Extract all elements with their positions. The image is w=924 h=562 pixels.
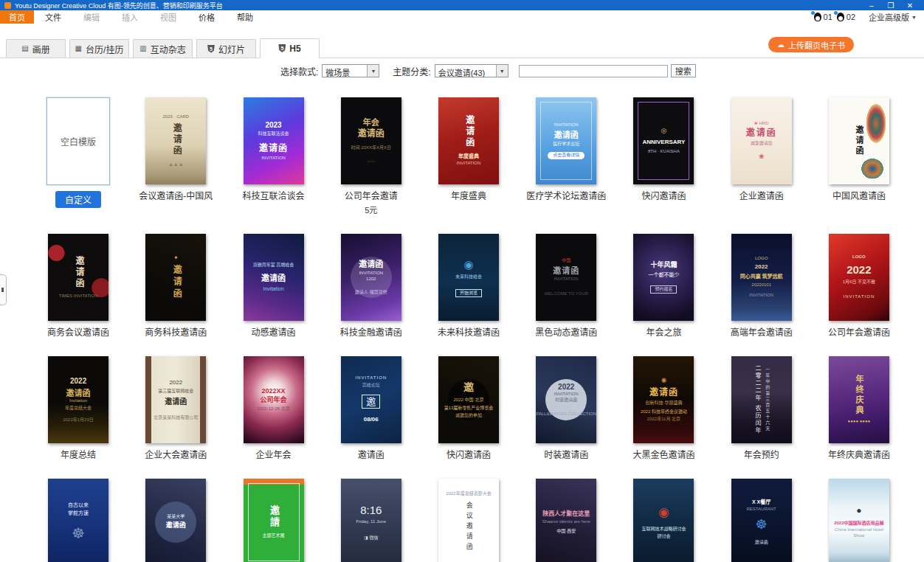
template-card[interactable]: 二零二二年 农历闰年一年中的第三百五十六天年会预约: [713, 356, 810, 460]
template-thumbnail[interactable]: 年会邀请函时间·20XX年X月X日⌂⌂⌂: [341, 97, 401, 184]
menu-item-view[interactable]: 视图: [149, 10, 187, 24]
upload-ebook-button[interactable]: ☁ 上传翻页电子书: [768, 37, 854, 52]
search-input[interactable]: [519, 65, 668, 77]
template-card[interactable]: ●2022中国国际酒店用品展China International Hotel …: [810, 479, 908, 562]
template-thumbnail[interactable]: 邀请函年度盛典INVITATION: [438, 97, 499, 184]
template-thumbnail[interactable]: ◉互联网技术战略研讨会研讨会: [633, 479, 694, 562]
template-thumbnail[interactable]: 双碳周年宴 高端峰会邀请函Invitation: [244, 234, 304, 321]
tab-magazine[interactable]: ▥互动杂志: [133, 39, 193, 58]
template-card[interactable]: 2022INVITATION时装邀请函FALL&WINTER COLLECTIO…: [517, 356, 615, 460]
menu-item-price[interactable]: 价格: [187, 10, 226, 24]
template-card[interactable]: 2023科技互联洽谈会邀请函INVITATION科技互联洽谈会: [224, 97, 322, 215]
template-thumbnail[interactable]: 自古以来掌舵方速☸: [48, 479, 108, 562]
template-card[interactable]: X X餐厅RESTAURANT☸邀请函: [713, 479, 810, 562]
template-card[interactable]: ◉未来科技峰会开始浏览未来科技邀请函: [420, 234, 517, 338]
template-thumbnail[interactable]: X X餐厅RESTAURANT☸邀请函: [731, 479, 792, 562]
template-card[interactable]: 8:16Friday, 11 June◨ 微信: [323, 479, 420, 562]
template-thumbnail[interactable]: 2022第三届互联网峰会邀请函北京某某科技有限公司: [145, 356, 206, 443]
template-thumbnail[interactable]: 邀請主题艺术展: [244, 479, 304, 562]
restore-button[interactable]: ❐: [881, 1, 900, 10]
template-thumbnail[interactable]: 十年风霜一个都不能少预约报名: [633, 234, 694, 321]
template-card[interactable]: 邀请函中国风邀请函: [810, 97, 908, 215]
template-card[interactable]: ❀ HRD邀请函诚挚邀请您❀企业邀请函: [713, 97, 810, 215]
template-thumbnail[interactable]: 某某大学邀请函: [145, 479, 206, 562]
template-card[interactable]: 邀请函INVITATION1202邀请人·福慧双修科技金融邀请函: [323, 234, 420, 338]
template-thumbnail[interactable]: INVITATION邀请函医疗学术论坛点击查看详情: [536, 97, 596, 184]
close-button[interactable]: ✕: [900, 1, 920, 10]
template-thumbnail[interactable]: INVITATION高峰论坛邀08/06: [341, 356, 401, 443]
template-card[interactable]: 2023 · CARD邀请函▲▲▲会议邀请函-中国风: [127, 97, 224, 215]
template-thumbnail[interactable]: ◎ANNIVERSARY8TH · KUAISHA: [633, 97, 694, 184]
template-thumbnail[interactable]: ●2022中国国际酒店用品展China International Hotel …: [829, 479, 889, 562]
menu-item-edit[interactable]: 编辑: [72, 10, 111, 24]
plan-dropdown[interactable]: 企业高级版▼: [869, 11, 917, 23]
template-card[interactable]: LOGO20221月6日 不见不散INVITATION公司年会邀请函: [810, 234, 908, 338]
template-thumbnail[interactable]: ✦邀请函: [145, 234, 206, 321]
template-thumbnail[interactable]: 邀请函: [829, 97, 889, 184]
template-card[interactable]: 邀请函TIMES INVITATION商务会议邀请函: [30, 234, 127, 338]
template-thumbnail[interactable]: 陕西人才聚在这里Shaanxi talents are here中国·西安: [536, 479, 596, 562]
tab-slides[interactable]: 5幻灯片: [196, 39, 256, 58]
template-card[interactable]: LOGO2022同心共赢 筑梦远航20220101INVITATION高端年会邀…: [713, 234, 810, 338]
template-thumbnail[interactable]: 8:16Friday, 11 June◨ 微信: [341, 479, 401, 562]
blank-template[interactable]: 空白模版: [46, 97, 110, 185]
template-thumbnail[interactable]: 邀请函INVITATION1202邀请人·福慧双修: [341, 234, 401, 321]
template-card[interactable]: INVITATION高峰论坛邀08/06邀请函: [323, 356, 420, 460]
template-card[interactable]: 双碳周年宴 高端峰会邀请函Invitation动感邀请函: [224, 234, 322, 338]
template-card[interactable]: 自古以来掌舵方速☸: [30, 479, 127, 562]
template-card[interactable]: 邀請主题艺术展: [224, 479, 322, 562]
menu-item-insert[interactable]: 插入: [111, 10, 149, 24]
template-card[interactable]: 某某大学邀请函: [127, 479, 224, 562]
template-card[interactable]: 邀2022 中国·北京第13届新零售产业博览会诚邀您的参加快闪邀请函: [420, 356, 517, 460]
template-card[interactable]: 邀请函年度盛典INVITATION年度盛典: [420, 97, 517, 215]
template-card[interactable]: ✦邀请函商务科技邀请函: [127, 234, 224, 338]
template-thumbnail[interactable]: ❀ HRD邀请函诚挚邀请您❀: [731, 97, 792, 184]
slides-icon: 5: [207, 45, 215, 53]
menu-item-home[interactable]: 首页: [0, 10, 34, 24]
template-thumbnail[interactable]: 二零二二年 农历闰年一年中的第三百五十六天: [731, 356, 792, 443]
template-card[interactable]: 陕西人才聚在这里Shaanxi talents are here中国·西安: [517, 479, 615, 562]
template-thumbnail[interactable]: 2023科技互联洽谈会邀请函INVITATION: [244, 97, 304, 184]
menu-item-help[interactable]: 帮助: [226, 10, 264, 24]
template-thumbnail[interactable]: 邀2022 中国·北京第13届新零售产业博览会诚邀您的参加: [438, 356, 499, 443]
template-card[interactable]: INVITATION邀请函医疗学术论坛点击查看详情医疗学术论坛邀请函: [517, 97, 615, 215]
template-thumbnail[interactable]: LOGO20221月6日 不见不散INVITATION: [829, 234, 889, 321]
style-select[interactable]: 微场景 ▼: [322, 64, 379, 77]
tab-calendar[interactable]: ▦台历/挂历: [69, 39, 129, 58]
template-thumbnail[interactable]: 年终庆典●●●● ●●●●: [829, 356, 889, 443]
category-select[interactable]: 会议邀请(43) ▼: [435, 64, 508, 77]
thumb-text: 邀请函: [359, 259, 383, 269]
template-thumbnail[interactable]: 2023 · CARD邀请函▲▲▲: [145, 97, 206, 184]
template-card[interactable]: 十年风霜一个都不能少预约报名年会之旅: [615, 234, 712, 338]
thumb-text: 1月6日 不见不散: [843, 280, 875, 285]
panel-expand-handle[interactable]: [0, 274, 7, 305]
template-card[interactable]: ◎ANNIVERSARY8TH · KUAISHA快闪邀请函: [615, 97, 712, 215]
template-thumbnail[interactable]: 邀请函TIMES INVITATION: [48, 234, 108, 321]
template-card[interactable]: ❋邀请函创新科技·华丽盛典2022 科技年终会议邀动2022年11月 北京大黑金…: [615, 356, 712, 460]
template-thumbnail[interactable]: LOGO2022同心共赢 筑梦远航20220101INVITATION: [731, 234, 792, 321]
template-thumbnail[interactable]: 2022INVITATION时装邀请函FALL&WINTER COLLECTIO…: [536, 356, 596, 443]
template-card[interactable]: 2022年度总结表彰大会会议邀请函: [420, 479, 517, 562]
template-thumbnail[interactable]: ◉未来科技峰会开始浏览: [438, 234, 499, 321]
template-card[interactable]: 年会邀请函时间·20XX年X月X日⌂⌂⌂公司年会邀请5元: [323, 97, 420, 215]
qq-account-1[interactable]: 01: [814, 13, 832, 21]
customize-button[interactable]: 自定义: [55, 191, 101, 208]
search-button[interactable]: 搜索: [671, 64, 696, 77]
template-card[interactable]: 年终庆典●●●● ●●●●年终庆典邀请函: [810, 356, 908, 460]
menu-item-file[interactable]: 文件: [34, 10, 72, 24]
template-card[interactable]: 2022第三届互联网峰会邀请函北京某某科技有限公司企业大会邀请函: [127, 356, 224, 460]
template-card[interactable]: ◉互联网技术战略研讨会研讨会: [615, 479, 712, 562]
tab-h5[interactable]: 5H5: [260, 38, 320, 58]
template-thumbnail[interactable]: ❋邀请函创新科技·华丽盛典2022 科技年终会议邀动2022年11月 北京: [633, 356, 694, 443]
minimize-button[interactable]: –: [862, 1, 881, 10]
template-thumbnail[interactable]: 中国邀请函INVITATIONWELCOME TO YOUR: [536, 234, 596, 321]
qq-account-2[interactable]: 02: [837, 13, 855, 21]
template-thumbnail[interactable]: 2022XX公司年会2022-12-26 北京: [244, 356, 304, 443]
template-thumbnail[interactable]: 2022邀请函Invitation年度总结大会2022年1月29日: [48, 356, 108, 443]
tab-album[interactable]: ▤画册: [6, 39, 66, 58]
template-card[interactable]: 2022XX公司年会2022-12-26 北京企业年会: [224, 356, 322, 460]
template-card[interactable]: 空白模版自定义: [30, 97, 127, 215]
template-thumbnail[interactable]: 2022年度总结表彰大会会议邀请函: [438, 479, 499, 562]
template-card[interactable]: 中国邀请函INVITATIONWELCOME TO YOUR黑色动态邀请函: [517, 234, 615, 338]
template-card[interactable]: 2022邀请函Invitation年度总结大会2022年1月29日年度总结: [30, 356, 127, 460]
